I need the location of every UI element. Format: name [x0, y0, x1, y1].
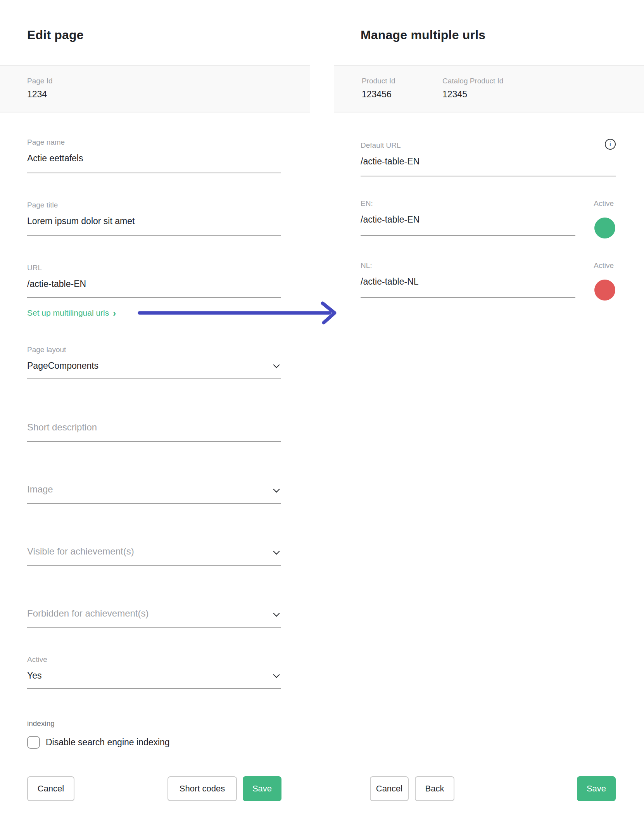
- short-codes-button[interactable]: Short codes: [167, 776, 237, 801]
- active-select[interactable]: Active Yes: [27, 655, 281, 689]
- page-id-value: 1234: [27, 89, 53, 100]
- catalog-product-id-value: 12345: [442, 89, 503, 100]
- save-button-right[interactable]: Save: [577, 776, 616, 801]
- url-nl-status-toggle[interactable]: [594, 280, 615, 301]
- active-value: Yes: [27, 670, 281, 681]
- active-label: Active: [27, 655, 281, 664]
- page-layout-value: PageComponents: [27, 360, 281, 371]
- product-id-field: Product Id 123456: [362, 77, 395, 100]
- page-name-label: Page name: [27, 138, 281, 147]
- catalog-product-id-field: Catalog Product Id 12345: [442, 77, 503, 100]
- product-id-label: Product Id: [362, 77, 395, 85]
- cancel-button[interactable]: Cancel: [27, 776, 74, 801]
- page-layout-label: Page layout: [27, 345, 281, 354]
- url-value: /actie-table-EN: [27, 278, 281, 289]
- visible-for-achievements-placeholder: Visible for achievement(s): [27, 544, 281, 557]
- indexing-section-label: indexing: [27, 719, 55, 728]
- forbidden-for-achievements-select[interactable]: Forbidden for achievement(s): [27, 606, 281, 628]
- url-nl-status-label: Active: [594, 261, 614, 270]
- page-name-value: Actie eettafels: [27, 153, 281, 164]
- short-description-input[interactable]: Short description: [27, 420, 281, 442]
- image-placeholder: Image: [27, 482, 281, 495]
- url-input[interactable]: URL /actie-table-EN: [27, 264, 281, 298]
- url-en-status-toggle[interactable]: [594, 218, 615, 238]
- url-label: URL: [27, 264, 281, 272]
- page-title-input[interactable]: Page title Lorem ipsum dolor sit amet: [27, 201, 281, 236]
- url-en-status-label: Active: [594, 199, 614, 208]
- annotation-arrow: [136, 298, 338, 328]
- page-title-label: Page title: [27, 201, 281, 209]
- default-url-value: /actie-table-EN: [361, 156, 616, 167]
- back-button[interactable]: Back: [415, 776, 454, 801]
- manage-multiple-urls-title: Manage multiple urls: [361, 28, 485, 42]
- annotation-arrow-path: [140, 303, 335, 323]
- default-url-label: Default URL: [361, 141, 616, 150]
- edit-page-title: Edit page: [27, 28, 84, 42]
- page-title-value: Lorem ipsum dolor sit amet: [27, 216, 281, 226]
- disable-indexing-checkbox[interactable]: [27, 736, 40, 749]
- url-nl-input[interactable]: NL: /actie-table-NL: [361, 261, 575, 298]
- info-icon[interactable]: i: [605, 139, 616, 150]
- page-layout-select[interactable]: Page layout PageComponents: [27, 345, 281, 379]
- image-select[interactable]: Image: [27, 482, 281, 504]
- url-en-label: EN:: [361, 199, 575, 208]
- short-description-placeholder: Short description: [27, 420, 281, 433]
- product-id-band: Product Id 123456 Catalog Product Id 123…: [334, 65, 644, 112]
- url-nl-label: NL:: [361, 261, 575, 270]
- catalog-product-id-label: Catalog Product Id: [442, 77, 503, 85]
- page-id-field: Page Id 1234: [27, 77, 53, 100]
- url-en-value: /actie-table-EN: [361, 214, 575, 225]
- page-name-input[interactable]: Page name Actie eettafels: [27, 138, 281, 173]
- visible-for-achievements-select[interactable]: Visible for achievement(s): [27, 544, 281, 566]
- setup-multilingual-urls-link[interactable]: Set up multilingual urls›: [27, 308, 116, 319]
- setup-multilingual-urls-label: Set up multilingual urls: [27, 308, 109, 317]
- save-button[interactable]: Save: [243, 776, 281, 801]
- forbidden-for-achievements-placeholder: Forbidden for achievement(s): [27, 606, 281, 619]
- url-nl-value: /actie-table-NL: [361, 276, 575, 287]
- product-id-value: 123456: [362, 89, 395, 100]
- page-id-band: Page Id 1234: [0, 65, 310, 112]
- page-id-label: Page Id: [27, 77, 53, 85]
- url-en-input[interactable]: EN: /actie-table-EN: [361, 199, 575, 236]
- cancel-button-right[interactable]: Cancel: [370, 776, 409, 801]
- chevron-right-icon: ›: [113, 308, 116, 318]
- disable-indexing-checkbox-label: Disable search engine indexing: [46, 737, 170, 748]
- default-url-input[interactable]: Default URL /actie-table-EN i: [361, 141, 616, 176]
